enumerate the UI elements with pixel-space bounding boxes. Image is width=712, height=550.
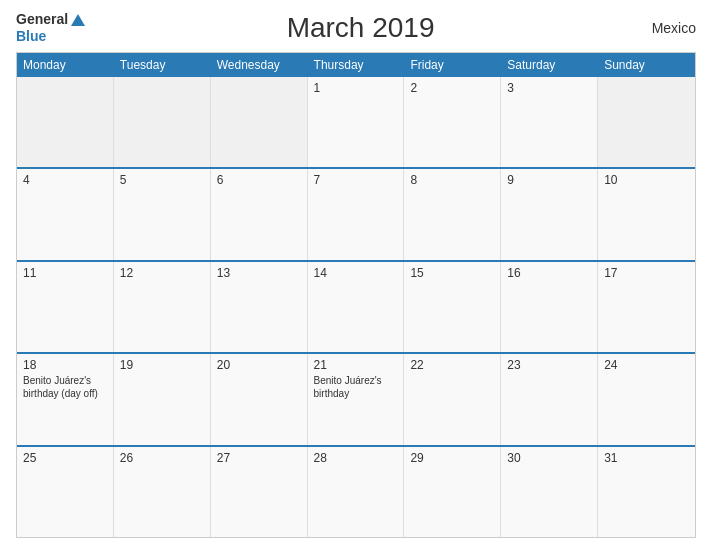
header-cell-wednesday: Wednesday [211, 53, 308, 77]
header-cell-monday: Monday [17, 53, 114, 77]
header: GeneralBlue March 2019 Mexico [16, 12, 696, 44]
header-cell-thursday: Thursday [308, 53, 405, 77]
empty-cell [211, 77, 308, 167]
week-row-3: 11121314151617 [17, 262, 695, 354]
day-cell: 21Benito Juárez's birthday [308, 354, 405, 444]
day-cell: 29 [404, 447, 501, 537]
day-cell: 25 [17, 447, 114, 537]
day-cell: 28 [308, 447, 405, 537]
calendar-title: March 2019 [85, 12, 636, 44]
day-cell: 2 [404, 77, 501, 167]
day-cell: 14 [308, 262, 405, 352]
country-label: Mexico [636, 20, 696, 36]
day-cell: 6 [211, 169, 308, 259]
day-cell: 11 [17, 262, 114, 352]
day-cell: 15 [404, 262, 501, 352]
day-cell: 23 [501, 354, 598, 444]
day-cell: 20 [211, 354, 308, 444]
day-cell: 26 [114, 447, 211, 537]
day-cell: 1 [308, 77, 405, 167]
week-row-5: 25262728293031 [17, 447, 695, 537]
day-cell: 12 [114, 262, 211, 352]
empty-cell [17, 77, 114, 167]
day-cell: 4 [17, 169, 114, 259]
day-cell: 30 [501, 447, 598, 537]
week-row-4: 18Benito Juárez's birthday (day off)1920… [17, 354, 695, 446]
header-cell-tuesday: Tuesday [114, 53, 211, 77]
header-cell-friday: Friday [404, 53, 501, 77]
day-cell: 19 [114, 354, 211, 444]
header-cell-sunday: Sunday [598, 53, 695, 77]
day-cell: 31 [598, 447, 695, 537]
day-cell: 18Benito Juárez's birthday (day off) [17, 354, 114, 444]
week-row-1: 123 [17, 77, 695, 169]
day-cell: 3 [501, 77, 598, 167]
day-cell: 5 [114, 169, 211, 259]
calendar: MondayTuesdayWednesdayThursdayFridaySatu… [16, 52, 696, 538]
page: GeneralBlue March 2019 Mexico MondayTues… [0, 0, 712, 550]
day-cell: 9 [501, 169, 598, 259]
day-cell: 16 [501, 262, 598, 352]
logo: GeneralBlue [16, 12, 85, 44]
day-cell: 10 [598, 169, 695, 259]
empty-cell [114, 77, 211, 167]
week-row-2: 45678910 [17, 169, 695, 261]
calendar-header-row: MondayTuesdayWednesdayThursdayFridaySatu… [17, 53, 695, 77]
day-cell: 22 [404, 354, 501, 444]
day-cell: 7 [308, 169, 405, 259]
day-cell: 17 [598, 262, 695, 352]
day-cell: 27 [211, 447, 308, 537]
day-cell: 24 [598, 354, 695, 444]
empty-cell [598, 77, 695, 167]
day-cell: 13 [211, 262, 308, 352]
day-cell: 8 [404, 169, 501, 259]
header-cell-saturday: Saturday [501, 53, 598, 77]
calendar-body: 123456789101112131415161718Benito Juárez… [17, 77, 695, 537]
